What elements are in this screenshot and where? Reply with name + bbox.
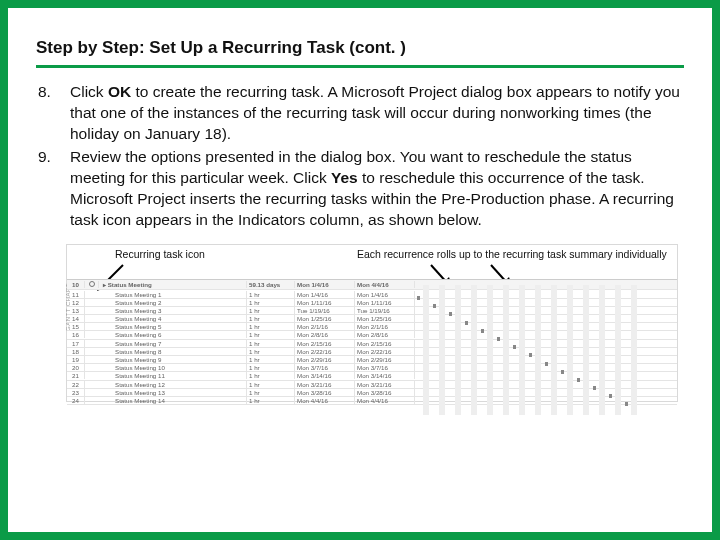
item-number: 9. bbox=[36, 147, 70, 231]
item-number: 8. bbox=[36, 82, 70, 145]
task-grid: 10 ▸ Status Meeting 59.13 days Mon 1/4/1… bbox=[67, 279, 677, 405]
page-title: Step by Step: Set Up a Recurring Task (c… bbox=[36, 38, 684, 68]
item-text: Click OK to create the recurring task. A… bbox=[70, 82, 684, 145]
figure-label-left: Recurring task icon bbox=[115, 248, 205, 260]
screenshot-figure: Recurring task icon Each recurrence roll… bbox=[66, 244, 678, 402]
list-item: 8. Click OK to create the recurring task… bbox=[36, 82, 684, 145]
summary-row: 10 ▸ Status Meeting 59.13 days Mon 1/4/1… bbox=[67, 280, 677, 290]
recurring-task-icon bbox=[85, 281, 99, 288]
slide: Step by Step: Set Up a Recurring Task (c… bbox=[8, 8, 712, 532]
figure-label-right: Each recurrence rolls up to the recurrin… bbox=[357, 248, 667, 260]
list-item: 9. Review the options presented in the d… bbox=[36, 147, 684, 231]
item-text: Review the options presented in the dial… bbox=[70, 147, 684, 231]
